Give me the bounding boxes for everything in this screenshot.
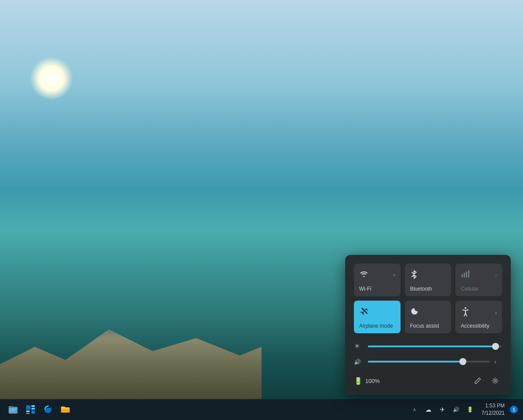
volume-taskbar-icon[interactable]: 🔊	[450, 403, 462, 416]
accessibility-icon	[461, 307, 470, 318]
edit-quick-settings-button[interactable]	[471, 374, 485, 388]
taskbar-right: ∧ ☁ ✈ 🔊 🔋 1:53 PM 7/12/2021 1	[408, 401, 518, 418]
battery-taskbar-status-icon[interactable]: 🔋	[464, 403, 476, 416]
svg-rect-6	[9, 407, 17, 413]
system-tray: ∧ ☁ ✈ 🔊 🔋	[408, 403, 476, 416]
bluetooth-toggle[interactable]: Bluetooth	[405, 264, 452, 296]
volume-expand-arrow[interactable]: ›	[494, 358, 502, 365]
notification-badge[interactable]: 1	[510, 406, 518, 413]
widgets-taskbar-icon[interactable]	[23, 402, 38, 417]
landscape-decoration	[0, 312, 262, 399]
accessibility-chevron: ›	[495, 310, 497, 316]
volume-thumb	[459, 358, 466, 365]
clock-time: 1:53 PM	[485, 402, 505, 410]
airplane-mode-toggle[interactable]: Airplane mode	[354, 301, 401, 333]
volume-icon: 🔊	[354, 359, 363, 365]
svg-rect-8	[10, 409, 17, 410]
edge-taskbar-icon[interactable]	[40, 402, 56, 417]
svg-rect-7	[9, 406, 13, 408]
file-explorer-taskbar-icon[interactable]	[5, 402, 21, 417]
folder-taskbar-icon[interactable]	[58, 402, 73, 417]
svg-rect-9	[10, 410, 15, 411]
cellular-chevron: ›	[495, 272, 497, 278]
quick-settings-panel: › Wi-Fi Bluetooth	[345, 255, 511, 395]
svg-rect-14	[26, 413, 30, 414]
focus-assist-label: Focus assist	[410, 323, 439, 329]
clock-date: 7/12/2021	[482, 410, 505, 417]
volume-slider-row: 🔊 ›	[354, 358, 502, 365]
airplane-mode-taskbar-icon[interactable]: ✈	[436, 403, 448, 416]
accessibility-label: Accessibility	[461, 323, 489, 329]
svg-point-4	[465, 307, 466, 309]
svg-point-5	[494, 380, 496, 382]
wifi-chevron: ›	[394, 272, 395, 278]
cellular-icon	[461, 270, 470, 280]
bluetooth-label: Bluetooth	[410, 286, 432, 292]
taskbar: ∧ ☁ ✈ 🔊 🔋 1:53 PM 7/12/2021 1	[0, 399, 523, 420]
panel-actions	[471, 374, 502, 388]
wifi-icon	[359, 270, 369, 280]
battery-icon: 🔋	[354, 377, 363, 385]
toggle-grid: › Wi-Fi Bluetooth	[354, 264, 502, 333]
cellular-label: Cellular	[461, 286, 479, 292]
accessibility-toggle[interactable]: › Accessibility	[455, 301, 502, 333]
wifi-toggle[interactable]: › Wi-Fi	[354, 264, 401, 296]
svg-rect-11	[31, 405, 35, 407]
airplane-mode-label: Airplane mode	[359, 323, 393, 329]
volume-slider[interactable]	[368, 361, 490, 362]
battery-status: 🔋 100%	[354, 377, 380, 385]
taskbar-left	[5, 402, 73, 417]
moon-icon	[410, 307, 419, 318]
focus-assist-toggle[interactable]: Focus assist	[405, 301, 452, 333]
svg-rect-0	[462, 274, 463, 278]
brightness-slider[interactable]	[368, 345, 502, 347]
svg-rect-13	[26, 410, 30, 412]
brightness-slider-row: ☀	[354, 342, 502, 350]
show-hidden-icons-button[interactable]: ∧	[408, 403, 421, 416]
battery-percent: 100%	[365, 378, 380, 384]
svg-rect-1	[464, 273, 465, 278]
svg-rect-3	[468, 270, 469, 278]
svg-rect-2	[466, 271, 467, 278]
brightness-icon: ☀	[354, 342, 363, 350]
brightness-thumb	[492, 343, 499, 350]
weather-taskbar-icon[interactable]: ☁	[422, 403, 435, 416]
airplane-icon	[359, 307, 369, 318]
cellular-toggle[interactable]: › Cellular	[455, 264, 502, 296]
wifi-label: Wi-Fi	[359, 286, 371, 292]
sun-decoration	[30, 57, 73, 100]
svg-rect-12	[31, 408, 35, 410]
system-clock[interactable]: 1:53 PM 7/12/2021	[479, 401, 507, 418]
settings-button[interactable]	[488, 374, 502, 388]
svg-rect-10	[26, 405, 31, 410]
sliders-section: ☀ 🔊 ›	[354, 342, 502, 365]
bluetooth-icon	[410, 270, 418, 281]
volume-fill	[368, 361, 463, 362]
brightness-fill	[368, 345, 496, 347]
panel-bottom: 🔋 100%	[354, 372, 502, 388]
svg-rect-15	[31, 410, 35, 414]
